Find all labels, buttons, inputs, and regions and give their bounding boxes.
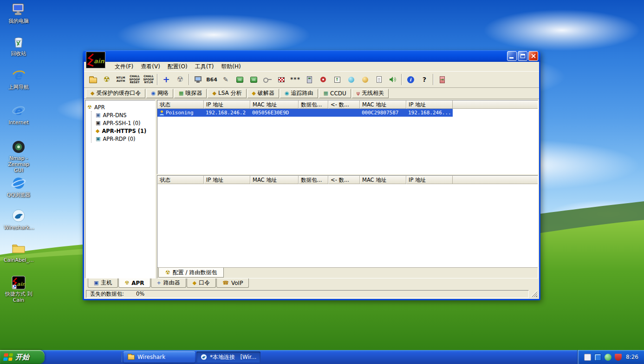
desktop-icon-cain-shortcut[interactable]: ain 快捷方式 到 Cain	[4, 275, 33, 303]
gold-globe-icon	[362, 77, 368, 83]
remote-service-button[interactable]	[344, 73, 358, 86]
column-header[interactable]: <- 数...	[328, 176, 360, 184]
poisoning-row[interactable]: Poisoning 192.168.246.2 005056E30E9D 000…	[157, 109, 538, 117]
exit-button[interactable]: →	[435, 73, 449, 86]
tab-lsa[interactable]: ◆ LSA 分析	[208, 89, 246, 98]
hash-calculator-button[interactable]	[247, 73, 260, 86]
task-wireshark-folder[interactable]: Wireshark	[124, 351, 195, 363]
column-header[interactable]: 数据包...	[299, 100, 328, 109]
services-button[interactable]	[358, 73, 372, 86]
start-apr-button[interactable]: ☢	[173, 73, 187, 86]
desktop-icon-cainabel-folder[interactable]: CainAbel_...	[4, 241, 33, 263]
tab-ccdu[interactable]: ▦ CCDU	[319, 89, 351, 98]
chall-spoof-ntlm-icon: CHALL SPOOF NTLM	[143, 75, 155, 84]
tab-protected-cache[interactable]: ◆ 受保护的缓存口令	[86, 89, 145, 98]
base64-decoder-button[interactable]: B64	[205, 73, 219, 86]
add-to-list-button[interactable]: +	[159, 73, 173, 86]
certificates-button[interactable]	[372, 73, 386, 86]
view-tab-label: 无线相关	[362, 89, 384, 97]
menu-file[interactable]: 文件(F)	[111, 62, 137, 72]
tab-apr[interactable]: ☢ APR	[118, 278, 150, 288]
password-reveal-button[interactable]: ***	[288, 73, 302, 86]
menu-configure[interactable]: 配置(O)	[164, 62, 191, 72]
tab-voip[interactable]: ☎ VoIP	[216, 278, 249, 288]
column-header[interactable]: MAC 地址	[250, 100, 299, 109]
desktop-icon-nmap[interactable]: Nmap - Zenmap GUI	[4, 139, 33, 174]
column-header[interactable]: IP 地址	[204, 100, 250, 109]
apr-tree-panel[interactable]: ☢ APR ▣ APR-DNS ▣ APR-SSH-1 (0) ◆ APR-HT…	[85, 100, 156, 278]
tree-node-label: APR-RDP (0)	[103, 136, 135, 142]
info-button[interactable]: i	[403, 73, 417, 86]
tab-cracker[interactable]: ◆ 破解器	[247, 89, 279, 98]
checksum-button[interactable]	[274, 73, 288, 86]
column-header[interactable]: IP 地址	[204, 176, 250, 184]
desktop-icon-internet[interactable]: e Internet	[4, 103, 33, 126]
tab-wireless[interactable]: ψ 无线相关	[352, 89, 389, 98]
taskbar-clock[interactable]: 8:26	[626, 354, 638, 360]
chall-spoof-reset-button[interactable]: CHALL SPOOF RESET	[128, 73, 142, 86]
resize-grip[interactable]	[531, 291, 537, 297]
open-file-button[interactable]	[86, 73, 100, 86]
tray-network-icon[interactable]	[594, 354, 601, 361]
quick-launch-area[interactable]	[45, 350, 122, 364]
mac-scanner-button[interactable]	[233, 73, 247, 86]
desktop-icon-recycle-bin[interactable]: 回收站	[4, 34, 33, 57]
hash-upload-button[interactable]: ↑	[330, 73, 344, 86]
tab-hosts[interactable]: ▣ 主机	[88, 278, 118, 288]
menu-view[interactable]: 查看(V)	[137, 62, 164, 72]
calculator-button[interactable]	[302, 73, 316, 86]
desktop-icon-qq-browser[interactable]: QQ浏览器	[4, 176, 33, 198]
tree-node-apr-https[interactable]: ◆ APR-HTTPS (1)	[96, 127, 153, 135]
calculator-icon	[307, 76, 312, 83]
tree-node-apr-ssh[interactable]: ▣ APR-SSH-1 (0)	[96, 119, 153, 127]
task-wireshark-capture[interactable]: *本地连接 [Wir...	[196, 351, 260, 363]
desktop-icon-internet-nav[interactable]: e 上网导航	[4, 68, 33, 90]
radiation-button[interactable]: ☢	[100, 73, 114, 86]
start-button[interactable]: 开始	[0, 350, 45, 364]
desktop-icon-my-computer[interactable]: 我的电脑	[4, 2, 33, 24]
tree-node-apr-rdp[interactable]: ▣ APR-RDP (0)	[96, 135, 153, 143]
signature-button[interactable]: ✎	[219, 73, 233, 86]
column-header[interactable]: 状态	[157, 100, 204, 109]
title-bar[interactable]	[83, 50, 540, 62]
menu-tools[interactable]: 工具(T)	[191, 62, 218, 72]
tray-security-icon[interactable]	[615, 354, 622, 361]
column-header[interactable]: 状态	[157, 176, 204, 184]
column-header[interactable]: <- 数...	[328, 100, 360, 109]
column-header[interactable]: MAC 地址	[360, 100, 406, 109]
tray-input-method-icon[interactable]	[584, 354, 591, 361]
maximize-button[interactable]	[518, 51, 527, 61]
column-header[interactable]: MAC 地址	[360, 176, 406, 184]
apr-lower-list[interactable]: 状态IP 地址MAC 地址数据包...<- 数...MAC 地址IP 地址 ☢ …	[157, 175, 538, 278]
checkered-flag-icon	[278, 77, 285, 82]
key-tool-button[interactable]	[260, 73, 274, 86]
apr-upper-list[interactable]: 状态IP 地址MAC 地址数据包...<- 数...MAC 地址IP 地址 Po…	[157, 100, 538, 174]
tree-node-apr-dns[interactable]: ▣ APR-DNS	[96, 111, 153, 119]
help-button[interactable]: ?	[417, 73, 431, 86]
toolbar-separator	[157, 74, 158, 85]
column-header[interactable]: IP 地址	[406, 100, 453, 109]
tree-node-apr-root[interactable]: ☢ APR	[87, 103, 153, 111]
config-routed-packets-tab[interactable]: ☢ 配置 / 路由数据包	[158, 268, 224, 278]
red-ring-icon	[320, 77, 326, 82]
tab-passwords[interactable]: ◆ 口令	[187, 278, 216, 288]
tab-traceroute[interactable]: ◉ 追踪路由	[280, 89, 318, 98]
tab-routing[interactable]: + 路由器	[151, 278, 186, 288]
column-header[interactable]: MAC 地址	[250, 176, 299, 184]
tab-network[interactable]: ◉ 网络	[146, 89, 173, 98]
minimize-button[interactable]	[507, 51, 517, 61]
view-tab-label: LSA 分析	[218, 89, 242, 97]
menu-help[interactable]: 帮助(H)	[217, 62, 244, 72]
ntlm-auth-button[interactable]: NTLM AUTH	[114, 73, 128, 86]
tab-sniffer[interactable]: ▦ 嗅探器	[174, 89, 207, 98]
column-header[interactable]: 数据包...	[299, 176, 328, 184]
voip-playback-button[interactable]	[386, 73, 400, 86]
view-tab-icon: ◉	[151, 91, 156, 96]
desktop-icon-wireshark[interactable]: Wireshark...	[4, 208, 33, 231]
tray-status-icon[interactable]	[605, 354, 611, 361]
close-button[interactable]	[528, 51, 538, 61]
chall-spoof-ntlm-button[interactable]: CHALL SPOOF NTLM	[142, 73, 156, 86]
rsa-token-button[interactable]	[316, 73, 330, 86]
column-header[interactable]: IP 地址	[406, 176, 453, 184]
network-adapter-button[interactable]	[191, 73, 205, 86]
